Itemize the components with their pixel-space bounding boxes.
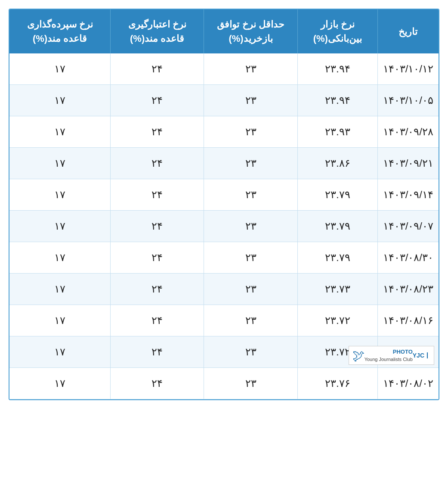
bird-icon: 🕊 — [352, 349, 365, 363]
table-row: ۱۴۰۳/۰۹/۲۸۲۳.۹۳۲۳۲۴۱۷ — [9, 116, 439, 148]
cell-r0-c4: ۱۷ — [9, 53, 111, 85]
col-date-header: تاریخ — [377, 9, 439, 53]
cell-r5-c3: ۲۴ — [111, 211, 204, 242]
table-row: ۱۴۰۳/۱۰/۰۵۲۳.۹۴۲۳۲۴۱۷ — [9, 85, 439, 116]
cell-r3-c3: ۲۴ — [111, 148, 204, 179]
cell-r8-c0: ۱۴۰۳/۰۸/۱۶ — [377, 305, 439, 336]
cell-r4-c2: ۲۳ — [204, 179, 298, 211]
cell-r10-c0: ۱۴۰۳/۰۸/۰۲ — [377, 368, 439, 399]
yjc-info: PHOTO Young Journalists Club — [365, 348, 413, 363]
cell-r8-c4: ۱۷ — [9, 305, 111, 336]
cell-r6-c1: ۲۳.۷۹ — [297, 242, 377, 274]
table-row: ۱۴۰۳/۰۹/۱۴۲۳.۷۹۲۳۲۴۱۷ — [9, 179, 439, 211]
cell-r1-c4: ۱۷ — [9, 85, 111, 116]
yjc-logo: YJC PHOTO Young Journalists Club 🕊 — [349, 346, 434, 365]
watermark: YJC PHOTO Young Journalists Club 🕊 — [349, 346, 434, 365]
cell-r10-c1: ۲۳.۷۶ — [297, 368, 377, 399]
table-row: ۱۴۰۳/۰۸/۱۶۲۳.۷۲۲۳۲۴۱۷ — [9, 305, 439, 336]
cell-r3-c4: ۱۷ — [9, 148, 111, 179]
table-row: ۱۴۰۳/۱۰/۱۲۲۳.۹۴۲۳۲۴۱۷ — [9, 53, 439, 85]
cell-r7-c4: ۱۷ — [9, 274, 111, 305]
yjc-text: YJC — [413, 352, 428, 358]
cell-r0-c1: ۲۳.۹۴ — [297, 53, 377, 85]
cell-r6-c4: ۱۷ — [9, 242, 111, 274]
col-interbank-header: نرخ بازار بین‌بانکی(%) — [297, 9, 377, 53]
cell-r9-c2: ۲۳ — [204, 336, 298, 368]
col-credit-header: نرخ اعتبارگیری قاعده مند(%) — [111, 9, 204, 53]
cell-r10-c4: ۱۷ — [9, 368, 111, 399]
cell-r0-c2: ۲۳ — [204, 53, 298, 85]
cell-r7-c0: ۱۴۰۳/۰۸/۲۳ — [377, 274, 439, 305]
cell-r1-c0: ۱۴۰۳/۱۰/۰۵ — [377, 85, 439, 116]
cell-r8-c2: ۲۳ — [204, 305, 298, 336]
data-table: تاریخ نرخ بازار بین‌بانکی(%) حداقل نرخ ت… — [9, 9, 439, 400]
cell-r5-c2: ۲۳ — [204, 211, 298, 242]
cell-r8-c1: ۲۳.۷۲ — [297, 305, 377, 336]
cell-r9-c3: ۲۴ — [111, 336, 204, 368]
cell-r9-c4: ۱۷ — [9, 336, 111, 368]
cell-r1-c1: ۲۳.۹۴ — [297, 85, 377, 116]
cell-r3-c2: ۲۳ — [204, 148, 298, 179]
cell-r2-c4: ۱۷ — [9, 116, 111, 148]
cell-r5-c4: ۱۷ — [9, 211, 111, 242]
cell-r2-c2: ۲۳ — [204, 116, 298, 148]
cell-r5-c1: ۲۳.۷۹ — [297, 211, 377, 242]
cell-r6-c0: ۱۴۰۳/۰۸/۳۰ — [377, 242, 439, 274]
cell-r3-c1: ۲۳.۸۶ — [297, 148, 377, 179]
cell-r2-c1: ۲۳.۹۳ — [297, 116, 377, 148]
cell-r7-c2: ۲۳ — [204, 274, 298, 305]
col-deposit-header: نرخ سپرده‌گذاری قاعده مند(%) — [9, 9, 111, 53]
cell-r10-c3: ۲۴ — [111, 368, 204, 399]
cell-r4-c0: ۱۴۰۳/۰۹/۱۴ — [377, 179, 439, 211]
table-header-row: تاریخ نرخ بازار بین‌بانکی(%) حداقل نرخ ت… — [9, 9, 439, 53]
cell-r1-c3: ۲۴ — [111, 85, 204, 116]
cell-r2-c0: ۱۴۰۳/۰۹/۲۸ — [377, 116, 439, 148]
cell-r7-c3: ۲۴ — [111, 274, 204, 305]
cell-r0-c3: ۲۴ — [111, 53, 204, 85]
cell-r4-c3: ۲۴ — [111, 179, 204, 211]
col-repo-header: حداقل نرخ توافق بازخرید(%) — [204, 9, 298, 53]
table-row: ۱۴۰۳/۰۹/۰۷۲۳.۷۹۲۳۲۴۱۷ — [9, 211, 439, 242]
cell-r0-c0: ۱۴۰۳/۱۰/۱۲ — [377, 53, 439, 85]
cell-r7-c1: ۲۳.۷۳ — [297, 274, 377, 305]
cell-r4-c1: ۲۳.۷۹ — [297, 179, 377, 211]
cell-r5-c0: ۱۴۰۳/۰۹/۰۷ — [377, 211, 439, 242]
cell-r6-c3: ۲۴ — [111, 242, 204, 274]
table-row: ۱۴۰۳/۰۸/۰۲۲۳.۷۶۲۳۲۴۱۷ — [9, 368, 439, 399]
table-row: ۱۴۰۳/۰۸/۲۳۲۳.۷۳۲۳۲۴۱۷ — [9, 274, 439, 305]
cell-r2-c3: ۲۴ — [111, 116, 204, 148]
cell-r8-c3: ۲۴ — [111, 305, 204, 336]
yjc-subtitle: Young Journalists Club — [365, 356, 413, 363]
cell-r3-c0: ۱۴۰۳/۰۹/۲۱ — [377, 148, 439, 179]
cell-r6-c2: ۲۳ — [204, 242, 298, 274]
cell-r10-c2: ۲۳ — [204, 368, 298, 399]
yjc-photo-label: PHOTO — [365, 348, 413, 356]
table-row: ۱۴۰۳/۰۸/۳۰۲۳.۷۹۲۳۲۴۱۷ — [9, 242, 439, 274]
table-row: ۱۴۰۳/۰۹/۲۱۲۳.۸۶۲۳۲۴۱۷ — [9, 148, 439, 179]
cell-r1-c2: ۲۳ — [204, 85, 298, 116]
cell-r4-c4: ۱۷ — [9, 179, 111, 211]
